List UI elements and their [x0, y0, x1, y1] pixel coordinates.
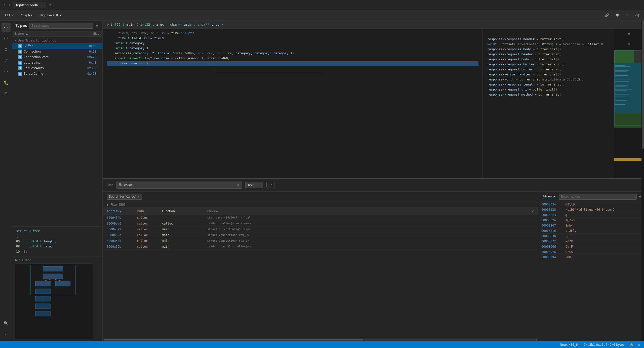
string-row-6[interactable]: 00000816 \tJF)V — [538, 228, 644, 234]
status-lock-icon: 🔒 — [630, 343, 633, 346]
results-expand-button[interactable]: ⤢ — [531, 209, 534, 213]
match-case-button[interactable]: Aa — [266, 182, 274, 188]
code-right-panel[interactable]: response->response_header = buffer_init(… — [483, 29, 614, 178]
type-item-connectionstate[interactable]: S ConnectionState 0x428 — [12, 54, 102, 60]
result-addr-1: 0000484b — [107, 216, 137, 220]
svg-rect-37 — [615, 86, 625, 87]
func-comma-2: , — [194, 23, 196, 26]
link-icon: 🔗 — [605, 13, 609, 17]
string-row-10[interactable]: 00000976 w2$s — [538, 249, 644, 255]
search-results: Search for 'calloc' × ▶ Filter (50) Addr… — [103, 191, 644, 341]
find-type-select[interactable]: Text Hex Regex — [245, 182, 263, 188]
str-addr-5: 00000807 — [541, 224, 561, 227]
strings-search-input[interactable] — [559, 194, 637, 200]
results-table[interactable]: Address ▲ Data Function Preview ⤢ 000048… — [103, 208, 538, 338]
addr-sort-icon: ▲ — [120, 210, 122, 213]
minimap-settings-icon[interactable]: ⚙ — [625, 30, 634, 39]
back-button[interactable]: ‹ — [2, 2, 6, 8]
type-item-connection[interactable]: S Connection 0x18 — [12, 49, 102, 54]
code-line: time_t field_308 = field — [107, 36, 478, 41]
search-tag-close-button[interactable]: × — [137, 195, 140, 199]
type-badge-s6: S — [18, 72, 22, 76]
search-types-input[interactable] — [29, 23, 93, 29]
strings-tab[interactable]: Strings — [541, 194, 557, 199]
string-row-7[interactable]: 0000083b ,E-` — [538, 234, 644, 239]
result-row-5[interactable]: 0000a54b calloc main struct Connection* … — [103, 238, 538, 244]
bookmark-icon-btn[interactable]: ⊙ — [2, 45, 11, 54]
string-row-11[interactable]: 00000994 -D8, — [538, 255, 644, 260]
minimap-layers-icon[interactable]: ⊞ — [625, 40, 634, 49]
svg-rect-31 — [615, 75, 628, 76]
find-clear-button[interactable]: × — [236, 183, 240, 187]
types-panel: Types ≡ Name ▲ Size ▾ User Types: lightt… — [12, 21, 103, 341]
code-line: field, rcx, rdx, r8_1, r9 = time(nullptr… — [107, 31, 478, 36]
svg-rect-32 — [615, 78, 625, 78]
var-icon: {x} — [635, 14, 639, 17]
type-group-user[interactable]: ▾ User Types: lighttpd.bndb — [12, 38, 102, 43]
types-icon-btn[interactable]: {|} — [2, 23, 11, 32]
tab-close-button[interactable]: × — [40, 3, 43, 7]
graph-dropdown-button[interactable]: Graph ▾ — [19, 12, 35, 18]
strings-list[interactable]: 00000034 @8\t@ 00000238 /lib64/ld-linux-… — [538, 202, 644, 341]
highlevel-dropdown-button[interactable]: High Level IL ▾ — [38, 12, 64, 18]
type-item-buffer[interactable]: S Buffer 0x10 — [12, 43, 102, 49]
type-name-data-string: data_string — [24, 61, 88, 64]
bookmark-icon: ⊙ — [4, 47, 8, 52]
type-item-requestarray[interactable]: S RequestArray 0x388 — [12, 65, 102, 71]
layout-icon-btn[interactable]: ⊞ — [2, 89, 11, 98]
status-range: 0xa3b1-0xa3b7 (0x6 bytes) — [584, 343, 626, 346]
svg-rect-45 — [615, 103, 629, 103]
forward-button[interactable]: › — [7, 2, 12, 8]
result-row-1[interactable]: 0000484b calloc char data_484b[0x7] = "c… — [103, 215, 538, 221]
string-row-9[interactable]: 0000096d Jy.F — [538, 244, 644, 249]
result-func-3: main — [162, 228, 207, 231]
filter-row[interactable]: ▶ Filter (50) — [103, 202, 538, 208]
result-func-2: calloc — [162, 222, 207, 225]
result-data-1: calloc — [137, 216, 162, 220]
result-row-6[interactable]: 0000a56b calloc main int64 t rax 25 = ca… — [103, 244, 538, 250]
search-icon-btn[interactable]: 🔍 — [2, 319, 11, 328]
results-header: Address ▲ Data Function Preview ⤢ — [103, 208, 538, 215]
search-tag-badge[interactable]: Search for 'calloc' × — [107, 194, 142, 200]
col-function-header: Function — [162, 209, 207, 213]
result-row-2[interactable]: 00009ea0 calloc calloc int64_t calloc(si… — [103, 221, 538, 227]
type-name-buffer: Buffer — [24, 44, 88, 48]
find-input[interactable] — [124, 183, 235, 187]
str-val-11: -D8, — [566, 255, 641, 259]
type-item-data-string[interactable]: S data_string 0x48 — [12, 60, 102, 65]
xrefs-icon-btn[interactable]: ⤢ — [2, 56, 11, 65]
string-row-8[interactable]: 00000872 ~d?R — [538, 239, 644, 244]
string-row-2[interactable]: 00000238 /lib64/ld-linux-x86-64.so.2 — [538, 207, 644, 212]
il-icon: ⋯ — [4, 69, 8, 74]
strings-menu-button[interactable]: ≡ — [639, 194, 641, 199]
debug-icon-btn[interactable]: 🐛 — [2, 78, 11, 87]
tags-icon-btn[interactable]: 🏷 — [2, 34, 11, 43]
string-row-5[interactable]: 00000807 Zmh4 — [538, 223, 644, 228]
svg-rect-9 — [35, 296, 51, 301]
result-func-5: main — [162, 239, 207, 243]
code-left-panel[interactable]: field, rcx, rdx, r8_1, r9 = time(nullptr… — [103, 29, 482, 178]
il-icon-btn[interactable]: ⋯ — [2, 67, 11, 76]
svg-rect-50 — [614, 158, 644, 161]
active-tab[interactable]: lighttpd.bndb × — [13, 2, 47, 8]
svg-rect-3 — [35, 281, 51, 286]
types-list: ▾ User Types: lighttpd.bndb S Buffer 0x1… — [12, 37, 102, 226]
link-button[interactable]: 🔗 — [603, 12, 611, 18]
elf-dropdown-button[interactable]: ELF ▾ — [3, 12, 16, 18]
string-row-4[interactable]: 0000032a (@Z%0 — [538, 218, 644, 223]
string-row-3[interactable]: 000002c3 @ — [538, 212, 644, 218]
result-row-3[interactable]: 0000a3a9 calloc main struct ServerConfig… — [103, 227, 538, 232]
code-area: ⚙ int32_t main ( int32_t argc , char** a… — [103, 21, 644, 341]
add-tab-button[interactable]: + — [47, 2, 53, 8]
type-item-serverconfig[interactable]: S ServerConfig 0x468 — [12, 71, 102, 76]
result-row-4[interactable]: 0000a52b calloc main struct Connection* … — [103, 232, 538, 238]
string-row-1[interactable]: 00000034 @8\t@ — [538, 202, 644, 207]
menu-button[interactable]: ≡ — [624, 12, 630, 18]
scroll-right-button[interactable]: › — [536, 338, 537, 341]
types-menu-button[interactable]: ≡ — [95, 23, 99, 28]
terminal-icon-btn[interactable]: >_ — [2, 330, 11, 339]
chars-button[interactable]: 中 — [614, 12, 621, 19]
var-button[interactable]: {x} — [633, 13, 641, 18]
find-bar: Find 🔍 × Text Hex Regex ▾ Aa — [103, 178, 644, 191]
result-data-2: calloc — [137, 222, 162, 225]
